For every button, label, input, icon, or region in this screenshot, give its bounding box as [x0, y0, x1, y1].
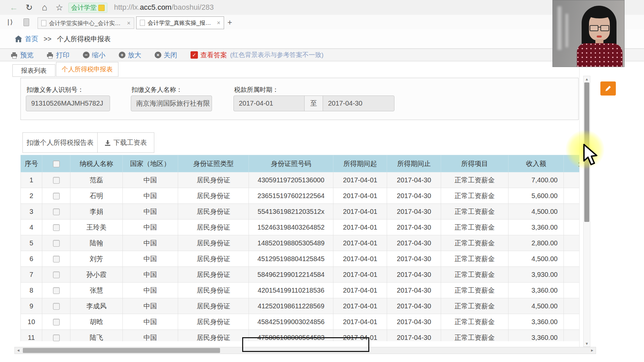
row-checkbox[interactable]: [53, 240, 60, 247]
cell-income: 4,500.00: [508, 251, 564, 267]
cell-seq: 3: [21, 204, 42, 220]
cell-id_no: 430591197205136000: [249, 172, 333, 188]
col-header-income: 收入额: [508, 155, 564, 172]
browser-tab-2-active[interactable]: 会计学堂_真账实操_报税系统 ×: [136, 16, 224, 29]
cell-id_type: 居民身份证: [178, 204, 249, 220]
table-row: 7孙小霞中国居民身份证5849621990122145842017-04-012…: [21, 267, 580, 283]
vertical-scrollbar[interactable]: ▲ ▼: [583, 76, 590, 347]
horizontal-scroll-thumb[interactable]: [23, 348, 220, 353]
pencil-icon: [604, 85, 612, 92]
cell-name: 李成风: [70, 298, 122, 314]
download-salary-button[interactable]: 下载工资表: [97, 132, 154, 153]
answer-note: (红色背景表示与参考答案不一致): [230, 51, 324, 59]
row-checkbox[interactable]: [53, 303, 60, 310]
tab-title: 会计学堂实操中心_会计实操_会: [49, 19, 124, 27]
annotation-rectangle: [242, 337, 369, 352]
row-checkbox[interactable]: [53, 208, 60, 215]
scroll-left-icon[interactable]: ◄: [16, 348, 20, 353]
scroll-down-icon[interactable]: ▼: [584, 342, 590, 346]
withholder-name-label: 扣缴义务人名称：: [131, 85, 182, 94]
zoom-out-button[interactable]: − 缩小: [83, 51, 105, 60]
cell-id_no: 148520198805305489: [249, 235, 333, 251]
print-button[interactable]: 打印: [47, 51, 69, 60]
zoom-in-button[interactable]: + 放大: [119, 51, 141, 60]
withholder-form-panel: 扣缴义务人识别号： 91310526MAJMH5782J 扣缴义务人名称： 南京…: [20, 78, 579, 120]
new-tab-button[interactable]: +: [227, 17, 232, 27]
withholder-name-field[interactable]: 南京海润国际旅行社有限: [131, 96, 212, 111]
device-icon[interactable]: [23, 18, 29, 26]
withholder-id-field[interactable]: 91310526MAJMH5782J: [26, 96, 110, 111]
period-start-field[interactable]: 2017-04-01: [233, 96, 305, 111]
cell-check: [42, 235, 70, 251]
edit-pencil-button[interactable]: [600, 81, 616, 96]
cell-start: 2017-04-01: [333, 172, 387, 188]
select-all-checkbox[interactable]: [53, 161, 60, 167]
table-row: 6刘芳中国居民身份证4512951988041258452017-04-0120…: [21, 251, 580, 267]
table-row: 8张慧中国居民身份证4201541991102185362017-04-0120…: [21, 283, 580, 298]
scroll-right-icon[interactable]: ►: [590, 348, 594, 353]
cell-seq: 7: [21, 267, 42, 283]
tab-report-list[interactable]: 报表列表: [12, 64, 55, 77]
row-checkbox[interactable]: [53, 177, 60, 184]
browser-tab-1[interactable]: 会计学堂实操中心_会计实操_会 ×: [38, 17, 134, 29]
cell-check: [42, 267, 70, 283]
back-icon[interactable]: ←: [8, 2, 19, 13]
scroll-up-icon[interactable]: ▲: [584, 77, 590, 81]
printer-icon: [47, 52, 54, 58]
report-toolbar: 预览 打印 − 缩小 + 放大 × 关闭 ✓ 查看答案 (红色背景表示与参考答案…: [0, 49, 644, 61]
sidebar-toggle-icon[interactable]: ∣⟩: [7, 18, 13, 26]
close-button[interactable]: × 关闭: [155, 51, 177, 60]
tab-close-icon[interactable]: ×: [127, 20, 130, 27]
cell-check: [42, 204, 70, 220]
row-checkbox[interactable]: [53, 193, 60, 199]
site-badge[interactable]: 会计学堂: [68, 3, 107, 13]
withholding-report-tab-button[interactable]: 扣缴个人所得税报告表: [22, 132, 98, 153]
payroll-table: 序号纳税人名称国家（地区）身份证照类型身份证照号码所得期间起所得期间止所得项目收…: [20, 155, 580, 341]
address-bar[interactable]: http://lx.acc5.com/baoshui/283: [114, 2, 214, 13]
plus-circle-icon: +: [119, 52, 125, 58]
row-checkbox[interactable]: [53, 256, 60, 262]
cell-item: 正常工资薪金: [441, 298, 508, 314]
preview-button[interactable]: 预览: [11, 51, 34, 60]
cell-country: 中国: [122, 220, 178, 235]
cell-check: [42, 314, 70, 330]
cell-end: 2017-04-30: [387, 330, 441, 342]
cell-id_no: 420154199110218536: [249, 283, 333, 298]
row-checkbox[interactable]: [53, 272, 60, 278]
cell-start: 2017-04-01: [333, 298, 387, 314]
period-to-addon: 至: [304, 96, 323, 111]
tab-close-icon[interactable]: ×: [217, 19, 220, 26]
red-checkbox-icon[interactable]: ✓: [191, 51, 198, 59]
row-checkbox[interactable]: [53, 224, 60, 231]
cell-item: 正常工资薪金: [441, 283, 508, 298]
cell-start: 2017-04-01: [333, 188, 387, 204]
cell-end: 2017-04-30: [387, 188, 441, 204]
row-checkbox[interactable]: [53, 319, 60, 325]
tab-personal-income-tax[interactable]: 个人所得税申报表: [56, 62, 118, 77]
cell-exempt: 0: [564, 314, 580, 330]
period-end-field[interactable]: 2017-04-30: [323, 96, 394, 111]
cell-income: 5,600.00: [508, 188, 564, 204]
view-answer-checkbox[interactable]: ✓ 查看答案 (红色背景表示与参考答案不一致): [191, 51, 324, 60]
bookmark-star-icon[interactable]: ☆: [54, 2, 65, 13]
cell-exempt: 0: [564, 188, 580, 204]
row-checkbox[interactable]: [53, 287, 60, 294]
cell-id_type: 居民身份证: [178, 188, 249, 204]
home-icon[interactable]: ⌂: [39, 2, 50, 13]
breadcrumb-separator: >>: [44, 29, 51, 48]
cell-country: 中国: [122, 314, 178, 330]
cell-income: 3,360.00: [508, 330, 564, 342]
cell-id_no: 584962199012214584: [249, 267, 333, 283]
cell-country: 中国: [122, 283, 178, 298]
breadcrumb: 首页 >> 个人所得税申报表: [0, 29, 644, 49]
breadcrumb-home-link[interactable]: 首页: [25, 29, 38, 48]
row-checkbox[interactable]: [53, 335, 60, 341]
cell-item: 正常工资薪金: [441, 172, 508, 188]
cell-country: 中国: [122, 298, 178, 314]
cell-seq: 5: [21, 235, 42, 251]
table-head: 序号纳税人名称国家（地区）身份证照类型身份证照号码所得期间起所得期间止所得项目收…: [21, 155, 580, 172]
table-row: 10胡晗中国居民身份证4584251990030248562017-04-012…: [21, 314, 580, 330]
cell-seq: 8: [21, 283, 42, 298]
refresh-icon[interactable]: ↻: [23, 2, 35, 13]
certificate-icon: [98, 5, 105, 11]
